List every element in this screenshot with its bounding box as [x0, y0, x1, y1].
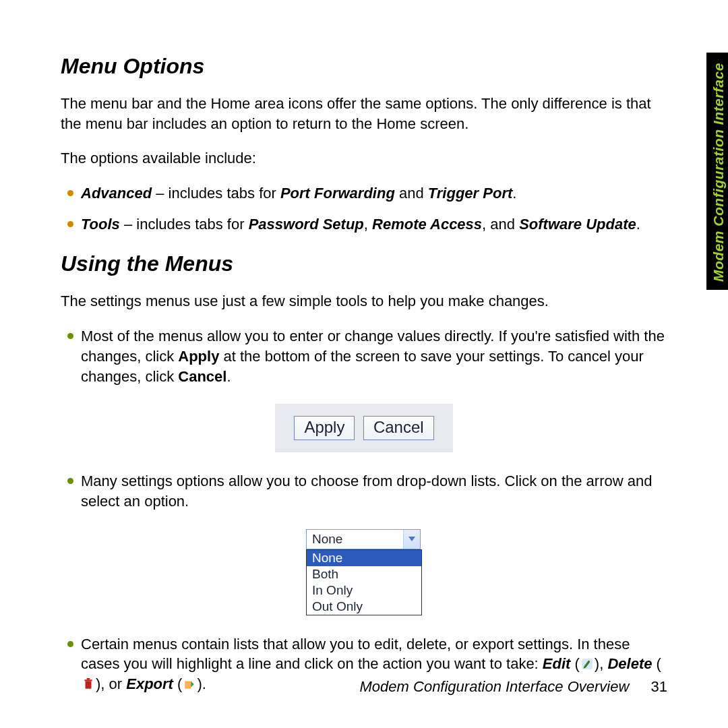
svg-rect-2 [84, 679, 92, 681]
dropdown-list: None Both In Only Out Only [306, 549, 422, 615]
option-label: Tools [81, 216, 120, 233]
dropdown-selected-value: None [307, 530, 403, 549]
paragraph: The options available include: [61, 148, 667, 169]
options-list: Advanced – includes tabs for Port Forwar… [61, 183, 667, 234]
apply-button[interactable]: Apply [294, 416, 355, 440]
heading-using-menus: Using the Menus [61, 251, 667, 276]
using-menus-list: Most of the menus allow you to enter or … [61, 326, 667, 386]
list-item: Advanced – includes tabs for Port Forwar… [61, 183, 667, 204]
dropdown-option[interactable]: Both [307, 566, 421, 582]
section-tab: Modem Configuration Interface [706, 53, 728, 290]
page-number: 31 [651, 678, 667, 695]
list-item: Most of the menus allow you to enter or … [61, 326, 667, 386]
dropdown-select[interactable]: None [306, 529, 421, 549]
list-item: Many settings options allow you to choos… [61, 471, 667, 511]
dropdown-option[interactable]: None [307, 550, 421, 566]
figure-buttons: Apply Cancel [61, 404, 667, 452]
svg-rect-3 [87, 678, 90, 679]
svg-rect-4 [185, 681, 191, 688]
paragraph: The settings menus use just a few simple… [61, 291, 667, 311]
heading-menu-options: Menu Options [61, 54, 667, 79]
option-label: Advanced [81, 185, 152, 202]
chevron-down-icon[interactable] [403, 530, 420, 549]
section-tab-label: Modem Configuration Interface [710, 59, 727, 282]
svg-rect-1 [86, 681, 92, 688]
trash-icon [82, 675, 94, 688]
footer-title: Modem Configuration Interface Overview [360, 678, 630, 695]
list-item: Tools – includes tabs for Password Setup… [61, 214, 667, 235]
paragraph: The menu bar and the Home area icons off… [61, 94, 667, 133]
figure-box: Apply Cancel [275, 404, 452, 452]
page-footer: Modem Configuration Interface Overview 3… [360, 678, 667, 696]
dropdown-option[interactable]: In Only [307, 582, 421, 599]
using-menus-list-2: Many settings options allow you to choos… [61, 471, 667, 511]
figure-dropdown: None None Both In Only Out Only [61, 529, 667, 615]
dropdown-option[interactable]: Out Only [307, 599, 421, 615]
export-icon [183, 675, 195, 688]
edit-icon [581, 655, 593, 667]
cancel-button[interactable]: Cancel [363, 416, 434, 440]
